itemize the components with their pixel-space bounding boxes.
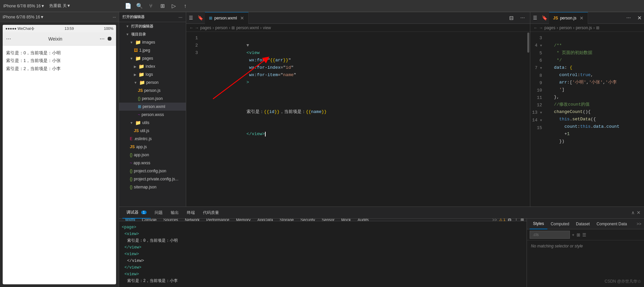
- device-selector[interactable]: iPhone 6/7/8 85% 16▼: [3, 4, 45, 8]
- js-breadcrumb-person[interactable]: person: [559, 25, 572, 30]
- js-close-icon[interactable]: ✕: [635, 13, 644, 22]
- phone-record-btn[interactable]: ⏺: [107, 35, 113, 42]
- devtools-tab-performance[interactable]: Performance: [203, 219, 233, 221]
- breadcrumb-view[interactable]: view: [263, 25, 271, 30]
- split-editor-icon[interactable]: ⊞: [158, 1, 167, 11]
- phone-more-btn[interactable]: ···: [100, 35, 105, 42]
- upload-icon[interactable]: ↑: [180, 1, 190, 11]
- add-style-icon[interactable]: +: [572, 232, 575, 237]
- js-back-icon[interactable]: ←: [534, 25, 538, 30]
- toggle-style-icon[interactable]: ⊞: [577, 232, 580, 237]
- devtools-settings-icon[interactable]: ⚙: [507, 219, 512, 221]
- tab-person-wxml[interactable]: ⊞ person.wxml ✕: [205, 12, 249, 24]
- search-icon[interactable]: 🔍: [135, 1, 144, 11]
- devtools-overflow-icon[interactable]: >>: [492, 219, 497, 221]
- js-bookmark-icon[interactable]: 🔖: [540, 13, 549, 22]
- sidebar-item-app-js[interactable]: JS app.js: [119, 143, 186, 151]
- back-icon[interactable]: ←: [190, 25, 194, 30]
- explorer-more-icon[interactable]: ···: [178, 14, 182, 20]
- sidebar-item-app-json[interactable]: {} app.json: [119, 151, 186, 159]
- breadcrumb-pages[interactable]: pages: [200, 25, 211, 30]
- devtools-tab-memory[interactable]: Memory: [233, 219, 254, 221]
- git-icon[interactable]: ⑂: [146, 1, 156, 11]
- xml-view-1-close: </view>: [122, 244, 524, 251]
- bottom-tab-quality[interactable]: 代码质量: [199, 207, 223, 219]
- sidebar-item-index[interactable]: ▶ 📁 index: [119, 62, 186, 70]
- breadcrumb-wxml[interactable]: person.wxml: [236, 25, 259, 30]
- js-breadcrumb-more[interactable]: ⊞: [596, 25, 599, 30]
- phone-back-dots[interactable]: ···: [6, 35, 11, 42]
- sidebar-item-person-json[interactable]: {} person.json: [119, 95, 186, 103]
- sidebar-item-person-wxml[interactable]: ⊞ person.wxml: [119, 103, 186, 111]
- style-more-icon[interactable]: ☰: [582, 232, 586, 237]
- js-editor-content[interactable]: 3 4 ▼ 5 6 7 ▼ 8 9 10 11 12 13 ▼ 14 ▼: [530, 32, 644, 207]
- wxml-editor: ☰ 🔖 ⊞ person.wxml ✕ ⊟ ···: [186, 12, 530, 207]
- sidebar-item-images[interactable]: ▼ 📁 images: [119, 38, 186, 46]
- sidebar-item-1jpeg[interactable]: 🖼 1.jpeg: [119, 46, 186, 54]
- tab-person-js[interactable]: JS person.js ✕: [549, 12, 588, 24]
- devtools-tab-sources[interactable]: Sources: [160, 219, 181, 221]
- split-view-icon[interactable]: ⊟: [506, 13, 516, 22]
- style-tab-styles-label: Styles: [533, 221, 544, 226]
- style-tab-component-data[interactable]: Component Data: [593, 219, 630, 229]
- bottom-tab-debugger[interactable]: 调试器 1: [122, 207, 151, 219]
- devtools-tab-console[interactable]: Console: [139, 219, 160, 221]
- devtools-tab-wxml[interactable]: Wxml: [122, 219, 139, 221]
- breadcrumb-person[interactable]: person: [215, 25, 228, 30]
- devtools-more-icon[interactable]: ⋮: [514, 219, 519, 221]
- forward-icon[interactable]: →: [195, 25, 199, 30]
- js-forward-icon[interactable]: →: [539, 25, 543, 30]
- wxml-editor-content[interactable]: 1 2 3 ▼ <view wx:for="{{arr}}" wx:for-in…: [186, 32, 530, 207]
- new-file-icon[interactable]: 📄: [123, 1, 133, 11]
- sidebar-item-logs[interactable]: ▶ 📁 logs: [119, 70, 186, 78]
- sidebar-item-person[interactable]: ▼ 📁 person: [119, 78, 186, 87]
- js-code-lines[interactable]: /** * 页面的初始数据 */ data: { control:true, a…: [545, 32, 644, 207]
- devtools-tab-storage[interactable]: Storage: [276, 219, 297, 221]
- style-tab-dataset[interactable]: Dataset: [573, 219, 593, 229]
- bottom-tab-issues[interactable]: 问题: [151, 207, 167, 219]
- devtools-tab-mock[interactable]: Mock: [338, 219, 354, 221]
- js-breadcrumb-pages[interactable]: pages: [544, 25, 555, 30]
- sidebar-item-person-wxss[interactable]: ~ person.wxss: [119, 111, 186, 119]
- close-tab-wxml[interactable]: ✕: [240, 15, 244, 21]
- sidebar-item-utils[interactable]: ▼ 📁 utils: [119, 119, 186, 127]
- sidebar-item-project-private[interactable]: {} project.private.config.js...: [119, 175, 186, 183]
- sidebar-section-open-editors[interactable]: ▼ 打开的编辑器: [119, 22, 186, 30]
- wxml-scrollbar[interactable]: [527, 32, 530, 207]
- style-tab-computed[interactable]: Computed: [547, 219, 573, 229]
- menu-icon[interactable]: ☰: [186, 13, 196, 22]
- close-panel-icon[interactable]: ✕: [637, 210, 641, 215]
- sidebar-item-person-js[interactable]: JS person.js: [119, 87, 186, 95]
- devtools-tab-sensor[interactable]: Sensor: [318, 219, 338, 221]
- style-filter-input[interactable]: [530, 231, 570, 239]
- style-tabs-overflow[interactable]: >>: [637, 222, 641, 226]
- close-tab-js[interactable]: ✕: [580, 15, 584, 21]
- js-line-num-9: 9: [530, 79, 542, 87]
- sidebar-item-project-config[interactable]: {} project.config.json: [119, 167, 186, 175]
- devtools-undock-icon[interactable]: ⊞: [521, 219, 524, 221]
- style-tab-styles[interactable]: Styles: [530, 219, 547, 229]
- bottom-tab-output[interactable]: 输出: [167, 207, 183, 219]
- bookmark-icon[interactable]: 🔖: [196, 13, 205, 22]
- devtools-tab-security[interactable]: Security: [297, 219, 318, 221]
- sidebar-item-util-js[interactable]: JS util.js: [119, 127, 186, 135]
- sidebar-item-sitemap[interactable]: {} sitemap.json: [119, 183, 186, 191]
- js-breadcrumb-file[interactable]: person.js: [576, 25, 592, 30]
- sidebar-item-eslint[interactable]: E .eslintrc.js: [119, 135, 186, 143]
- folder-icon-logs: 📁: [139, 72, 144, 77]
- editor-more-icon[interactable]: ···: [518, 13, 527, 22]
- devtools-tab-appdata[interactable]: AppData: [254, 219, 276, 221]
- js-more-icon[interactable]: ···: [624, 13, 633, 22]
- sidebar-section-project[interactable]: ▼ 项目目录: [119, 30, 186, 38]
- sidebar-item-app-wxss[interactable]: ~ app.wxss: [119, 159, 186, 167]
- wxml-code-lines[interactable]: ▼ <view wx:for="{{arr}}" wx:for-index="i…: [201, 32, 527, 207]
- collapse-icon[interactable]: ∧: [631, 210, 635, 215]
- compile-icon[interactable]: ▷: [169, 1, 178, 11]
- devtools-tab-network[interactable]: Network: [181, 219, 203, 221]
- phone-more-icon[interactable]: ···: [113, 15, 116, 19]
- bottom-tab-terminal[interactable]: 终端: [183, 207, 199, 219]
- devtools-tab-audits[interactable]: Audits: [354, 219, 372, 221]
- js-menu-icon[interactable]: ☰: [530, 13, 540, 22]
- hot-reload-toggle[interactable]: 热重载 关▼: [49, 3, 70, 9]
- sidebar-item-pages[interactable]: ▼ 📁 pages: [119, 54, 186, 62]
